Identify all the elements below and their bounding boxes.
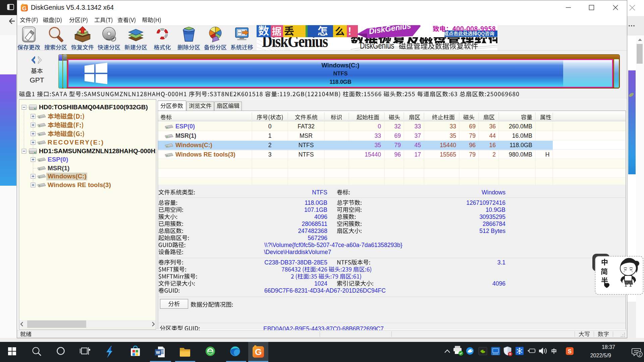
svg-text:W: W [156, 350, 160, 355]
svg-text:G: G [22, 5, 26, 12]
svg-text:S: S [568, 348, 572, 355]
svg-text:2: 2 [639, 352, 641, 357]
svg-text:G: G [255, 347, 262, 357]
